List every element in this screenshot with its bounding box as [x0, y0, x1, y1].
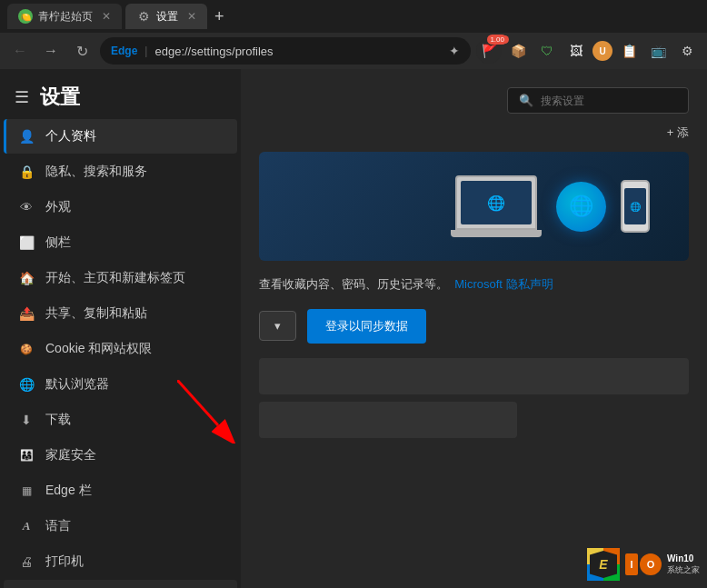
star-icon[interactable]: ✦: [449, 44, 460, 58]
edgebar-icon: ▦: [18, 483, 35, 499]
content-description: 查看收藏内容、密码、历史记录等。 Microsoft 隐私声明: [259, 275, 689, 294]
tab-icon-2: ⚙: [136, 9, 151, 24]
sidebar-label-newpage: 开始、主页和新建标签页: [45, 270, 185, 286]
tab-close-1[interactable]: ✕: [102, 10, 111, 23]
sidebar-label-download: 下载: [45, 412, 71, 428]
sidebar-item-appearance[interactable]: 👁 外观: [4, 190, 237, 224]
printer-icon: 🖨: [18, 553, 35, 570]
hamburger-menu[interactable]: ☰: [15, 87, 29, 107]
settings-icon[interactable]: ⚙: [674, 38, 700, 64]
new-tab-button[interactable]: +: [214, 7, 224, 26]
phone-graphic: 🌐: [621, 180, 650, 233]
sidebar-item-newpage[interactable]: 🏠 开始、主页和新建标签页: [4, 261, 237, 295]
add-profile-row: + 添: [259, 125, 689, 141]
tab-close-2[interactable]: ✕: [187, 10, 196, 23]
toolbar-icons: 🚩 1.00 📦 🛡 🖼 U 📋 📺 ⚙: [476, 38, 700, 64]
sidebar-label-privacy: 隐私、搜索和服务: [45, 164, 147, 180]
io-logo: I O: [625, 553, 662, 575]
sidebar-item-download[interactable]: ⬇ 下载: [4, 403, 237, 437]
main-layout: ☰ 设置 👤 个人资料 🔒 隐私、搜索和服务 👁 外观 ⬜ 侧栏 🏠 开始: [0, 69, 707, 588]
shield-icon[interactable]: 🛡: [534, 38, 560, 64]
sidebar-item-share[interactable]: 📤 共享、复制和粘贴: [4, 296, 237, 331]
login-row: ▾ 登录以同步数据: [259, 309, 689, 344]
search-input[interactable]: [541, 95, 677, 107]
sidebar-label-language: 语言: [45, 518, 71, 534]
tab-icon-1: 🍋: [18, 9, 33, 24]
gray-bar-2: [259, 402, 517, 438]
login-sync-button[interactable]: 登录以同步数据: [307, 309, 426, 344]
watermark-text: Win10 系统之家: [667, 553, 700, 576]
sidebar-item-language[interactable]: A 语言: [4, 509, 237, 543]
edge-label: Edge: [111, 45, 137, 57]
sidebar-label-cookies: Cookie 和网站权限: [45, 341, 152, 357]
language-icon: A: [18, 518, 35, 534]
default-browser-icon: 🌐: [18, 376, 35, 393]
sidebar-title: 设置: [40, 84, 80, 111]
refresh-button[interactable]: ↻: [69, 38, 95, 64]
tab-inactive-1[interactable]: 🍋 青柠起始页 ✕: [7, 4, 122, 29]
lock-icon: 🔒: [18, 164, 35, 180]
tab-bar: 🍋 青柠起始页 ✕ ⚙ 设置 ✕ +: [0, 0, 707, 33]
edge-logo-circle: 🌐: [556, 182, 606, 232]
search-icon: 🔍: [519, 94, 533, 107]
eye-icon: 👁: [18, 199, 35, 215]
sidebar-item-printer[interactable]: 🖨 打印机: [4, 544, 237, 579]
account-dropdown[interactable]: ▾: [259, 311, 296, 341]
clipboard-icon[interactable]: 📋: [616, 38, 642, 64]
gray-bars: [259, 358, 689, 438]
sidebar-header: ☰ 设置: [0, 69, 241, 118]
content-area: 🔍 + 添 🌐: [241, 69, 707, 588]
sidebar-item-profile[interactable]: 👤 个人资料: [4, 119, 237, 154]
tab-active-2[interactable]: ⚙ 设置 ✕: [125, 4, 207, 29]
sidebar-item-system[interactable]: 💻 系统和性能: [4, 580, 237, 588]
sidebar-item-family[interactable]: 👨‍👩‍👧 家庭安全: [4, 438, 237, 473]
sidebar-label-family: 家庭安全: [45, 447, 96, 463]
sidebar-label-share: 共享、复制和粘贴: [45, 305, 147, 322]
home-icon: 🏠: [18, 270, 35, 286]
sidebar-item-default[interactable]: 🌐 默认浏览器: [4, 367, 237, 402]
sidebar-item-cookies[interactable]: 🍪 Cookie 和网站权限: [4, 332, 237, 366]
address-separator: |: [144, 45, 147, 57]
sidebar-item-edgebar[interactable]: ▦ Edge 栏: [4, 473, 237, 508]
chevron-down-icon: ▾: [274, 319, 281, 333]
back-button[interactable]: ←: [7, 38, 33, 64]
profile-banner: 🌐 🌐 🌐: [259, 152, 689, 261]
panel-icon: ⬜: [18, 234, 35, 251]
nav-bar: ← → ↻ Edge | edge://settings/profiles ✦ …: [0, 33, 707, 69]
sidebar-label-printer: 打印机: [45, 553, 84, 570]
forward-button[interactable]: →: [38, 38, 64, 64]
image-icon[interactable]: 🖼: [563, 38, 589, 64]
sidebar-label-profile: 个人资料: [45, 128, 96, 145]
laptop-graphic: 🌐: [455, 175, 542, 237]
download-icon: ⬇: [18, 412, 35, 428]
gray-bar-1: [259, 358, 689, 394]
sidebar-label-edgebar: Edge 栏: [45, 483, 92, 499]
sidebar-item-privacy[interactable]: 🔒 隐私、搜索和服务: [4, 154, 237, 189]
tv-icon[interactable]: 📺: [645, 38, 671, 64]
user-icon[interactable]: U: [592, 41, 612, 61]
profile-icon: 👤: [18, 128, 35, 145]
flag-icon[interactable]: 🚩 1.00: [476, 38, 502, 64]
sidebar: ☰ 设置 👤 个人资料 🔒 隐私、搜索和服务 👁 外观 ⬜ 侧栏 🏠 开始: [0, 69, 241, 588]
badge-count: 1.00: [491, 35, 509, 44]
sidebar-label-default: 默认浏览器: [45, 376, 109, 393]
sidebar-label-sidebar: 侧栏: [45, 234, 71, 251]
sidebar-label-appearance: 外观: [45, 199, 71, 215]
watermark: E I O Win10 系统之家: [587, 548, 700, 581]
address-bar[interactable]: Edge | edge://settings/profiles ✦: [100, 37, 471, 65]
tab-label-2: 设置: [156, 9, 178, 25]
sidebar-item-sidebar[interactable]: ⬜ 侧栏: [4, 225, 237, 260]
tab-label-1: 青柠起始页: [38, 9, 93, 25]
privacy-link[interactable]: Microsoft 隐私声明: [454, 277, 553, 291]
extensions-icon[interactable]: 📦: [505, 38, 531, 64]
address-url: edge://settings/profiles: [154, 45, 442, 58]
cookie-icon: 🍪: [18, 341, 35, 357]
content-header: 🔍: [259, 87, 689, 114]
search-settings[interactable]: 🔍: [507, 87, 689, 114]
share-icon: 📤: [18, 305, 35, 322]
add-profile-button[interactable]: + 添: [667, 125, 689, 141]
family-icon: 👨‍👩‍👧: [18, 447, 35, 463]
